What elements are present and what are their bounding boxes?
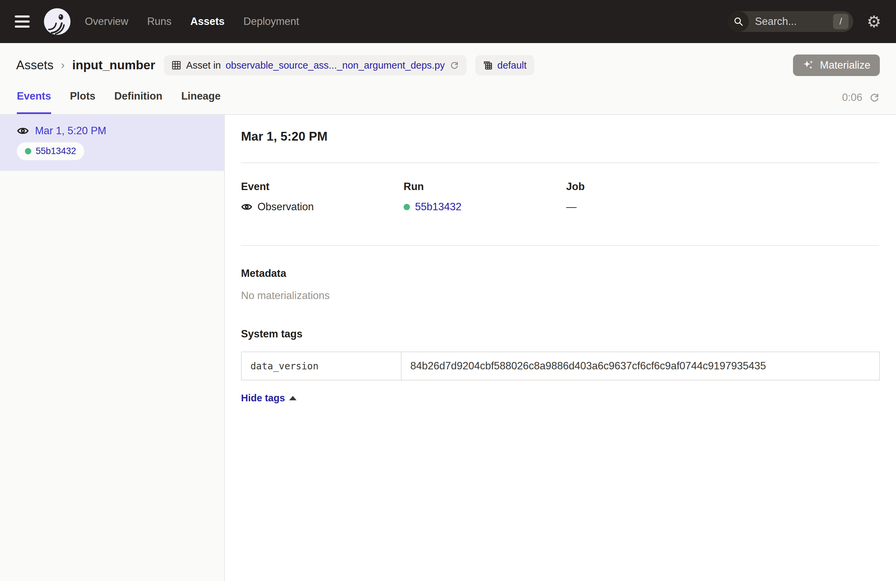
- grid-table-icon: [171, 60, 181, 70]
- system-tags-table: data_version 84b26d7d9204cbf588026c8a988…: [241, 351, 880, 380]
- hide-tags-label: Hide tags: [241, 392, 285, 404]
- event-timestamp: Mar 1, 5:20 PM: [35, 125, 107, 137]
- repo-default-link[interactable]: default: [497, 60, 527, 71]
- asset-source-file-link[interactable]: observable_source_ass..._non_argument_de…: [226, 60, 445, 71]
- tag-value-cell: 84b26d7d9204cbf588026c8a9886d403a6c9637c…: [401, 352, 879, 380]
- page-title: input_number: [72, 58, 155, 72]
- job-value: —: [566, 201, 577, 213]
- repository-badge: default: [475, 55, 534, 75]
- metadata-header: Metadata: [241, 267, 879, 280]
- tab-definition[interactable]: Definition: [114, 90, 162, 114]
- primary-nav: Overview Runs Assets Deployment: [85, 15, 299, 27]
- caret-up-icon: [289, 396, 297, 400]
- refresh-countdown: 0:06: [842, 91, 862, 103]
- nav-deployment[interactable]: Deployment: [243, 15, 299, 27]
- metadata-empty-text: No materializations: [241, 290, 879, 302]
- run-id-badge[interactable]: 55b13432: [17, 142, 84, 160]
- tag-key-cell: data_version: [241, 352, 401, 380]
- event-list-sidebar: Mar 1, 5:20 PM 55b13432: [0, 115, 225, 581]
- materialize-button[interactable]: Materialize: [793, 55, 880, 76]
- nav-overview[interactable]: Overview: [85, 15, 128, 27]
- event-list-item[interactable]: Mar 1, 5:20 PM 55b13432: [0, 115, 224, 171]
- chevron-right-icon: ›: [61, 58, 65, 71]
- eye-icon: [17, 125, 29, 137]
- run-status-dot: [404, 204, 410, 210]
- nav-assets[interactable]: Assets: [190, 15, 225, 27]
- tab-lineage[interactable]: Lineage: [181, 90, 221, 114]
- event-column: Event Observation: [241, 181, 404, 213]
- run-column-header: Run: [404, 181, 566, 193]
- job-column: Job —: [566, 181, 879, 213]
- search-input[interactable]: Search... /: [728, 11, 853, 32]
- refresh-icon[interactable]: [869, 92, 880, 103]
- repo-grid-icon: [483, 60, 493, 70]
- table-row: data_version 84b26d7d9204cbf588026c8a988…: [241, 352, 879, 380]
- event-type-value: Observation: [258, 201, 314, 213]
- asset-in-label: Asset in: [186, 60, 221, 71]
- top-nav: Overview Runs Assets Deployment Search..…: [0, 0, 896, 43]
- sparkle-icon: [802, 59, 815, 71]
- tab-plots[interactable]: Plots: [70, 90, 96, 114]
- run-id: 55b13432: [36, 146, 76, 156]
- breadcrumb-assets-link[interactable]: Assets: [16, 58, 53, 72]
- tab-bar: Events Plots Definition Lineage 0:06: [16, 90, 880, 114]
- search-placeholder: Search...: [755, 15, 833, 27]
- tab-events[interactable]: Events: [17, 90, 51, 114]
- hide-tags-link[interactable]: Hide tags: [241, 392, 297, 404]
- breadcrumb: Assets › input_number: [16, 58, 155, 72]
- eye-icon: [241, 201, 253, 213]
- nav-runs[interactable]: Runs: [147, 15, 171, 27]
- materialize-label: Materialize: [820, 59, 870, 71]
- run-status-dot: [25, 148, 31, 154]
- gear-icon[interactable]: ⚙: [867, 14, 881, 30]
- page-header: Assets › input_number Asset in observabl…: [0, 43, 896, 114]
- run-id-link[interactable]: 55b13432: [415, 201, 462, 213]
- reload-definition-icon[interactable]: [450, 61, 459, 70]
- asset-definition-badge: Asset in observable_source_ass..._non_ar…: [164, 55, 466, 75]
- dagster-logo-icon[interactable]: [43, 8, 72, 36]
- run-column: Run 55b13432: [404, 181, 566, 213]
- hamburger-menu-icon[interactable]: [15, 15, 30, 27]
- event-column-header: Event: [241, 181, 404, 193]
- system-tags-header: System tags: [241, 328, 879, 340]
- job-column-header: Job: [566, 181, 879, 193]
- search-icon: [728, 11, 749, 32]
- event-detail-panel: Mar 1, 5:20 PM Event Observation: [225, 115, 896, 581]
- event-detail-title: Mar 1, 5:20 PM: [241, 129, 879, 144]
- search-shortcut-badge: /: [833, 14, 849, 29]
